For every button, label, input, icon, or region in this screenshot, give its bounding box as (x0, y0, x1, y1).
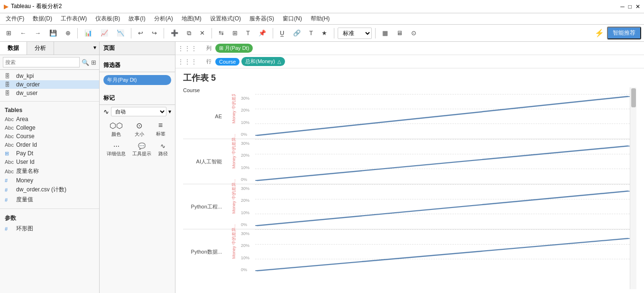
datasource-dw-order[interactable]: 🗄 dw_order (0, 80, 99, 89)
toolbar-chart-btn[interactable]: 📊 (81, 28, 95, 38)
y-axis-label: 30% (241, 141, 249, 146)
search-input[interactable] (3, 57, 80, 67)
rows-pill-course[interactable]: Course (215, 58, 239, 66)
marks-header: 标记 (100, 92, 175, 105)
toolbar-dup-btn[interactable]: ⧉ (184, 28, 194, 39)
restore-btn[interactable]: □ (628, 3, 632, 10)
panel-dropdown-btn[interactable]: ▾ (91, 42, 99, 55)
line-chart-svg (255, 139, 630, 184)
rows-handle: ⋮⋮⋮ (177, 58, 197, 66)
close-btn[interactable]: ✕ (635, 3, 640, 10)
marks-label-btn[interactable]: ≡ 标签 (156, 121, 166, 138)
tab-data[interactable]: 数据 (0, 42, 27, 55)
field-pay-dt[interactable]: ⊞ Pay Dt (0, 149, 99, 158)
divider-2 (0, 208, 99, 209)
columns-pill-pay-dt[interactable]: ⊞ 月(Pay Dt) (215, 44, 253, 53)
toolbar-labels-btn[interactable]: T (243, 28, 253, 38)
rows-pill-money[interactable]: 总和(Money) △ (241, 57, 285, 66)
toolbar-bar-btn[interactable]: ▦ (379, 28, 391, 38)
toolbar-save-btn[interactable]: 💾 (46, 28, 60, 38)
chart-row: AEMoney 中的差异... 30%20%10%0% (183, 94, 630, 139)
line-chart-svg (255, 229, 630, 272)
marks-tooltip-btn[interactable]: 💬 工具提示 (132, 142, 151, 157)
marks-size-btn[interactable]: ⊙ 大小 (135, 121, 144, 138)
field-money[interactable]: # Money (0, 176, 99, 185)
fit-dropdown[interactable]: 标准 (338, 28, 372, 39)
label-icon: ≡ (158, 121, 163, 130)
scrollbar[interactable] (630, 87, 636, 289)
toolbar-monitor-btn[interactable]: 🖥 (393, 28, 406, 38)
toolbar-star-btn[interactable]: ★ (318, 28, 331, 38)
right-panel: ⋮⋮⋮ 列 ⊞ 月(Pay Dt) ⋮⋮⋮ 行 Course 总和(Money)… (175, 42, 644, 293)
toolbar-underline-btn[interactable]: U̲ (276, 28, 288, 38)
field-measure-name[interactable]: Abc 度量名称 (0, 166, 99, 176)
toolbar-forward-btn[interactable]: → (31, 28, 44, 38)
smart-recommend-btn[interactable]: 智能推荐 (607, 27, 641, 39)
db-icon-2: 🗄 (5, 82, 14, 87)
scrollbar-thumb[interactable] (631, 88, 636, 107)
menu-worksheet[interactable]: 工作表(W) (57, 14, 91, 24)
marks-detail-btn[interactable]: ⋯ 详细信息 (107, 142, 126, 157)
toolbar-share-btn[interactable]: ⊙ (408, 28, 420, 38)
toolbar-add-datasource-btn[interactable]: ⊕ (62, 28, 74, 38)
smart-recommend-icon: ⚡ (595, 28, 604, 38)
divider-1 (0, 101, 99, 102)
datasource-dw-kpi[interactable]: 🗄 dw_kpi (0, 72, 99, 80)
toolbar-fit-btn[interactable]: ⊞ (229, 28, 241, 38)
toolbar-chart3-btn[interactable]: 📉 (113, 28, 128, 38)
data-sources-section: 🗄 dw_kpi 🗄 dw_order 🗄 dw_user (0, 70, 99, 99)
marks-type-row: ∿ 自动 ▾ (100, 105, 175, 118)
toolbar-back-btn[interactable]: ← (17, 28, 29, 38)
menu-analysis[interactable]: 分析(A) (150, 14, 177, 24)
toolbar-home-btn[interactable]: ⊞ (3, 28, 15, 38)
toolbar-del-btn[interactable]: ✕ (196, 28, 208, 38)
marks-path-btn[interactable]: ∿ 路径 (158, 142, 168, 157)
field-course[interactable]: Abc Course (0, 132, 99, 141)
filter-pay-dt[interactable]: 年月(Pay Dt) (103, 75, 171, 85)
menu-dashboard[interactable]: 仪表板(B) (92, 14, 124, 24)
hash-icon-money: # (5, 178, 14, 183)
marks-color-btn[interactable]: ⬡⬡ 颜色 (110, 121, 123, 138)
title-bar: ▶ Tableau - 看板分析2 ─ □ ✕ (0, 0, 644, 13)
toolbar-sep3 (164, 28, 164, 38)
field-csv-count[interactable]: # dw_order.csv (计数) (0, 185, 99, 195)
param-ring-chart[interactable]: # 环形图 (0, 224, 99, 234)
toolbar-text-btn[interactable]: T (306, 28, 316, 38)
toolbar-pin-btn[interactable]: 📌 (255, 28, 269, 38)
field-measure-val[interactable]: # 度量值 (0, 195, 99, 205)
menu-format[interactable]: 设置格式(O) (206, 14, 245, 24)
y-axis-label: 20% (241, 198, 249, 203)
y-axis-label: 20% (241, 243, 249, 248)
toolbar-new-sheet-btn[interactable]: ➕ (167, 28, 182, 38)
panel-tabs: 数据 分析 ▾ (0, 42, 99, 55)
chart-row-label: AI人工智能 (183, 139, 226, 184)
menu-file[interactable]: 文件(F) (2, 14, 28, 24)
rotated-label: Money 中的差异... (231, 245, 237, 259)
params-section: 参数 # 环形图 (0, 211, 99, 236)
toolbar-undo-btn[interactable]: ↩ (135, 28, 147, 38)
cal-icon-pill: ⊞ (219, 45, 223, 51)
toolbar-sep7 (375, 28, 376, 38)
toolbar-redo-btn[interactable]: ↪ (148, 28, 160, 38)
minimize-btn[interactable]: ─ (620, 3, 625, 10)
toolbar-link-btn[interactable]: 🔗 (290, 28, 304, 38)
search-icon[interactable]: 🔍 (82, 59, 89, 66)
datasource-dw-user[interactable]: 🗄 dw_user (0, 89, 99, 97)
toolbar-sep6 (334, 28, 334, 38)
menu-server[interactable]: 服务器(S) (246, 14, 278, 24)
toolbar-chart2-btn[interactable]: 📈 (97, 28, 111, 38)
menu-help[interactable]: 帮助(H) (307, 14, 334, 24)
menu-story[interactable]: 故事(I) (125, 14, 149, 24)
toolbar-swap-btn[interactable]: ⇆ (215, 28, 227, 38)
menu-window[interactable]: 窗口(N) (279, 14, 306, 24)
field-area[interactable]: Abc Area (0, 115, 99, 123)
menu-map[interactable]: 地图(M) (178, 14, 205, 24)
field-order-id[interactable]: Abc Order Id (0, 141, 99, 149)
tab-analysis[interactable]: 分析 (27, 42, 54, 55)
marks-type-select[interactable]: 自动 (111, 107, 166, 116)
field-user-id[interactable]: Abc User Id (0, 158, 99, 166)
menu-data[interactable]: 数据(D) (29, 14, 56, 24)
marks-dropdown-icon[interactable]: ▾ (168, 108, 171, 115)
grid-view-icon[interactable]: ⊞ (91, 59, 96, 66)
field-college[interactable]: Abc College (0, 123, 99, 132)
